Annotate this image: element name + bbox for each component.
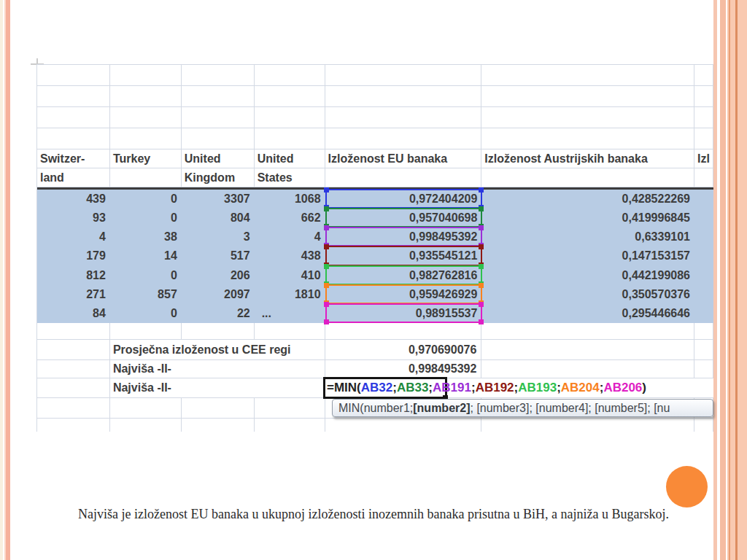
cell[interactable] <box>37 323 110 339</box>
value-cell[interactable]: 3 <box>182 228 255 246</box>
range-handle[interactable] <box>324 225 329 230</box>
cell[interactable] <box>481 65 694 85</box>
header-cell[interactable]: United <box>255 149 325 168</box>
cell[interactable] <box>694 190 713 209</box>
value-cell[interactable]: 1068 <box>255 190 325 209</box>
value-cell[interactable]: 4 <box>255 228 325 246</box>
header-cell[interactable] <box>110 168 182 187</box>
cell[interactable] <box>481 107 694 128</box>
value-cell[interactable]: 438 <box>255 246 325 265</box>
cell[interactable] <box>182 419 255 432</box>
cell[interactable] <box>481 128 694 149</box>
range-handle[interactable] <box>479 283 484 288</box>
range-highlight-box[interactable] <box>325 284 482 304</box>
value-cell[interactable]: 38 <box>110 228 182 246</box>
cell[interactable] <box>694 419 713 432</box>
value-cell[interactable]: 662 <box>255 209 325 228</box>
range-handle[interactable] <box>479 302 484 307</box>
cell[interactable] <box>37 360 110 378</box>
cell[interactable] <box>325 107 482 128</box>
value-cell[interactable]: 206 <box>182 266 255 285</box>
range-handle[interactable] <box>479 206 484 211</box>
value-cell[interactable]: 0,428522269 <box>481 190 694 209</box>
range-highlight-box[interactable] <box>325 227 482 246</box>
value-cell[interactable]: 1810 <box>255 285 325 304</box>
header-cell[interactable]: Turkey <box>110 149 182 168</box>
range-handle[interactable] <box>324 206 329 211</box>
range-handle[interactable] <box>479 225 484 230</box>
value-cell[interactable]: 93 <box>37 209 110 228</box>
range-handle[interactable] <box>479 264 484 269</box>
value-cell[interactable]: ... <box>255 304 325 323</box>
value-cell[interactable]: 517 <box>182 246 255 265</box>
range-handle[interactable] <box>479 187 484 192</box>
range-handle[interactable] <box>479 244 484 249</box>
header-cell[interactable]: Izloženost Austrijskih banaka <box>481 149 694 168</box>
cell[interactable] <box>694 209 713 228</box>
formula-text[interactable]: =MIN(AB32;AB33;AB191;AB192;AB193;AB204;A… <box>327 378 646 398</box>
cell[interactable] <box>325 323 482 339</box>
cell[interactable] <box>694 228 713 246</box>
value-cell[interactable]: 0,350570376 <box>481 285 694 304</box>
cell[interactable] <box>694 360 713 378</box>
value-cell[interactable]: 812 <box>37 266 110 285</box>
range-handle[interactable] <box>324 283 329 288</box>
value-cell[interactable]: 0,442199086 <box>481 266 694 285</box>
cell[interactable] <box>110 86 182 106</box>
cell[interactable] <box>37 128 110 149</box>
cell[interactable] <box>255 128 325 149</box>
cell[interactable] <box>325 65 482 85</box>
cell[interactable] <box>37 419 110 432</box>
cell[interactable] <box>694 128 713 149</box>
cell[interactable] <box>110 419 182 432</box>
value-cell[interactable]: 2097 <box>182 285 255 304</box>
range-highlight-box[interactable] <box>325 189 482 209</box>
summary-value[interactable]: 0,998495392 <box>325 360 482 378</box>
cell[interactable] <box>694 304 713 323</box>
range-handle[interactable] <box>324 302 329 307</box>
cell[interactable] <box>110 128 182 149</box>
range-highlight-box[interactable] <box>325 303 482 323</box>
value-cell[interactable]: 84 <box>37 304 110 323</box>
range-handle[interactable] <box>324 244 329 249</box>
value-cell[interactable]: 0 <box>110 304 182 323</box>
range-handle[interactable] <box>324 319 329 324</box>
cell[interactable] <box>182 107 255 128</box>
value-cell[interactable]: 14 <box>110 246 182 265</box>
header-cell[interactable]: Switzer- <box>37 149 110 168</box>
cell[interactable] <box>694 266 713 285</box>
value-cell[interactable]: 4 <box>37 228 110 246</box>
cell[interactable] <box>255 398 325 418</box>
value-cell[interactable]: 0,295446646 <box>481 304 694 323</box>
value-cell[interactable]: 439 <box>37 190 110 209</box>
cell[interactable] <box>325 128 482 149</box>
cell[interactable] <box>481 419 694 432</box>
value-cell[interactable]: 179 <box>37 246 110 265</box>
header-cell[interactable]: United <box>182 149 255 168</box>
value-cell[interactable]: 0,419996845 <box>481 209 694 228</box>
cell[interactable] <box>110 398 182 418</box>
cell[interactable] <box>37 378 110 397</box>
value-cell[interactable]: 857 <box>110 285 182 304</box>
cell[interactable] <box>37 86 110 106</box>
value-cell[interactable]: 3307 <box>182 190 255 209</box>
summary-label[interactable]: Najviša -II- <box>110 360 325 378</box>
cell[interactable] <box>481 340 694 359</box>
cell[interactable] <box>694 65 713 85</box>
cell[interactable] <box>182 86 255 106</box>
cell[interactable] <box>110 107 182 128</box>
cell[interactable] <box>37 65 110 85</box>
cell[interactable] <box>255 86 325 106</box>
value-cell[interactable]: 0,147153157 <box>481 246 694 265</box>
cell[interactable] <box>182 65 255 85</box>
cell[interactable] <box>37 107 110 128</box>
header-cell[interactable]: States <box>255 168 325 187</box>
header-cell[interactable]: Kingdom <box>182 168 255 187</box>
value-cell[interactable]: 0 <box>110 266 182 285</box>
cell[interactable] <box>110 323 182 339</box>
cell[interactable] <box>255 419 325 432</box>
summary-label[interactable]: Prosječna izloženost u CEE regi <box>110 340 325 359</box>
range-highlight-box[interactable] <box>325 208 482 228</box>
cell[interactable] <box>694 107 713 128</box>
cell[interactable] <box>255 107 325 128</box>
